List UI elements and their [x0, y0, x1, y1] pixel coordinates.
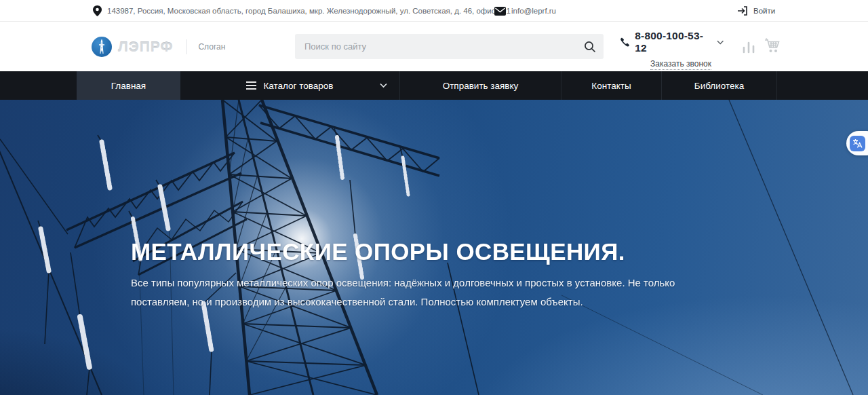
topbar: 143987, Россия, Московская область, горо… — [0, 0, 868, 22]
request-callback-link[interactable]: Заказать звонок — [650, 59, 711, 70]
email-link[interactable]: info@leprf.ru — [494, 0, 556, 22]
login-icon — [738, 6, 748, 16]
nav-item-library[interactable]: Библиотека — [662, 71, 777, 100]
nav-item-contacts[interactable]: Контакты — [561, 71, 662, 100]
location-pin-icon — [93, 5, 102, 16]
nav-label: Отправить заявку — [443, 81, 519, 91]
nav-left-spacer — [0, 71, 77, 100]
nav-item-catalog[interactable]: Каталог товаров — [180, 71, 400, 100]
login-label: Войти — [753, 7, 775, 15]
nav-label: Главная — [111, 81, 146, 91]
phone-number: 8-800-100-53-12 — [635, 30, 711, 54]
login-button[interactable]: Войти — [738, 0, 775, 22]
search-button[interactable] — [576, 34, 604, 59]
hero-title: МЕТАЛЛИЧЕСКИЕ ОПОРЫ ОСВЕЩЕНИЯ. — [131, 238, 728, 266]
hero-description: Все типы популярных металлических опор о… — [131, 274, 719, 312]
logo-slogan-divider — [186, 39, 187, 54]
email-text: info@leprf.ru — [511, 7, 556, 15]
nav-item-home[interactable]: Главная — [77, 71, 180, 100]
bar-chart-icon — [742, 39, 755, 54]
shopping-cart-icon — [764, 37, 780, 54]
phone-link[interactable]: 8-800-100-53-12 — [620, 30, 724, 54]
translate-widget[interactable] — [846, 131, 868, 155]
hamburger-icon — [246, 81, 256, 90]
logo-tower-icon — [92, 37, 112, 57]
nav-label: Контакты — [591, 81, 631, 91]
translate-icon — [850, 136, 865, 151]
hero-banner: МЕТАЛЛИЧЕСКИЕ ОПОРЫ ОСВЕЩЕНИЯ. Все типы … — [0, 100, 868, 395]
address-text: 143987, Россия, Московская область, горо… — [107, 7, 511, 15]
compare-button[interactable] — [742, 39, 755, 56]
search-input[interactable] — [295, 34, 576, 59]
main-nav: Главная Каталог товаров Отправить заявку… — [0, 71, 868, 100]
envelope-icon — [494, 7, 506, 16]
logo-text: ЛЭПРФ — [118, 39, 173, 55]
nav-right-spacer — [777, 71, 868, 100]
logo[interactable]: ЛЭПРФ Слоган — [92, 22, 225, 71]
hero-text-block: МЕТАЛЛИЧЕСКИЕ ОПОРЫ ОСВЕЩЕНИЯ. Все типы … — [131, 238, 728, 312]
phone-block: 8-800-100-53-12 Заказать звонок — [620, 30, 724, 69]
chevron-down-icon — [380, 83, 387, 88]
slogan: Слоган — [198, 42, 225, 52]
header: ЛЭПРФ Слоган 8-800-100-53-12 Заказать зв… — [0, 22, 868, 71]
nav-label: Библиотека — [694, 81, 744, 91]
search-icon — [584, 41, 596, 53]
company-address: 143987, Россия, Московская область, горо… — [93, 0, 511, 22]
site-search — [295, 34, 604, 59]
chevron-down-icon — [717, 40, 724, 45]
cart-button[interactable] — [764, 37, 780, 57]
phone-icon — [620, 37, 629, 47]
nav-item-send-request[interactable]: Отправить заявку — [400, 71, 561, 100]
nav-label: Каталог товаров — [263, 81, 333, 91]
